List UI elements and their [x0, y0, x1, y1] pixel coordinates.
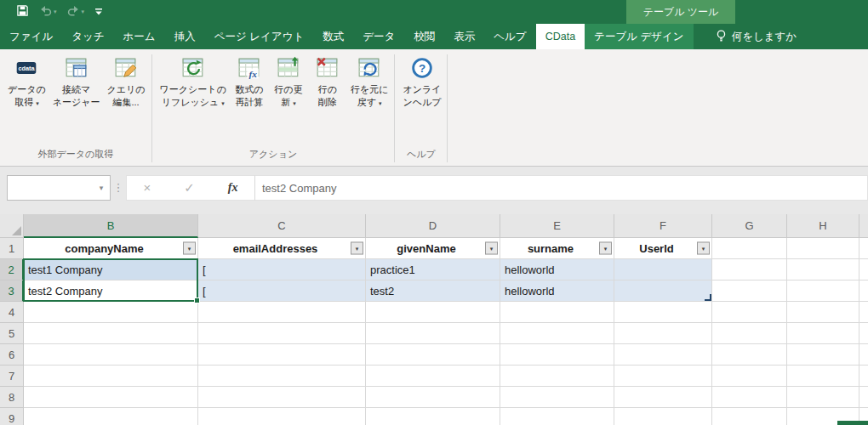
- grid-cell[interactable]: [712, 344, 787, 366]
- table-data-cell[interactable]: [: [198, 280, 366, 302]
- table-header-cell[interactable]: companyName▾: [24, 238, 198, 259]
- grid-cell[interactable]: [24, 408, 198, 425]
- grid-cell[interactable]: [787, 344, 859, 366]
- grid-cell[interactable]: [24, 323, 198, 344]
- grid-cell[interactable]: [787, 366, 859, 387]
- grid-cell[interactable]: [366, 387, 500, 408]
- ribbon-tab[interactable]: 挿入: [165, 24, 205, 49]
- grid-cell[interactable]: [859, 302, 868, 323]
- recalculate-button[interactable]: fx数式の再計算: [230, 52, 269, 110]
- row-header-7[interactable]: 7: [0, 366, 24, 387]
- tab-table-design[interactable]: テーブル デザイン: [585, 24, 694, 49]
- grid-cell[interactable]: [787, 259, 859, 280]
- grid-cell[interactable]: [859, 366, 868, 387]
- row-header-4[interactable]: 4: [0, 302, 24, 323]
- row-header-3[interactable]: 3: [0, 280, 24, 302]
- undo-button[interactable]: ▾: [34, 2, 62, 22]
- table-data-cell[interactable]: test2: [366, 280, 500, 302]
- grid-cell[interactable]: [712, 302, 787, 323]
- grid-cell[interactable]: [859, 280, 868, 302]
- row-header-1[interactable]: 1: [0, 238, 24, 259]
- connection-manager-button[interactable]: 接続マネージャー: [49, 52, 104, 110]
- column-header-c[interactable]: C: [198, 214, 366, 238]
- table-header-cell[interactable]: UserId▾: [614, 238, 712, 259]
- grid-cell[interactable]: [24, 344, 198, 366]
- select-all-button[interactable]: [0, 214, 24, 238]
- grid-cell[interactable]: [198, 344, 366, 366]
- grid-cell[interactable]: [712, 408, 787, 425]
- grid-cell[interactable]: [500, 302, 614, 323]
- row-header-2[interactable]: 2: [0, 259, 24, 280]
- grid-cell[interactable]: [614, 344, 712, 366]
- filter-dropdown-button[interactable]: ▾: [697, 242, 710, 255]
- ribbon-tab[interactable]: ヘルプ: [484, 24, 535, 49]
- row-header-5[interactable]: 5: [0, 323, 24, 344]
- grid-cell[interactable]: [366, 408, 500, 425]
- ribbon-tab[interactable]: データ: [353, 24, 404, 49]
- grid-cell[interactable]: [366, 323, 500, 344]
- redo-button[interactable]: ▾: [62, 2, 90, 22]
- grid-cell[interactable]: [787, 323, 859, 344]
- grid-cell[interactable]: [500, 344, 614, 366]
- ribbon-tab[interactable]: ページ レイアウト: [205, 24, 314, 49]
- grid-cell[interactable]: [859, 344, 868, 366]
- ribbon-tab[interactable]: 表示: [444, 24, 484, 49]
- grid-cell[interactable]: [500, 323, 614, 344]
- ribbon-tab[interactable]: タッチ: [62, 24, 113, 49]
- grid-cell[interactable]: [859, 387, 868, 408]
- grid-cell[interactable]: [787, 387, 859, 408]
- tell-me[interactable]: 何をしますか: [705, 24, 807, 49]
- grid-cell[interactable]: [24, 366, 198, 387]
- fill-handle[interactable]: [194, 298, 200, 303]
- cancel-button[interactable]: ×: [143, 175, 151, 201]
- grid-cell[interactable]: [787, 238, 859, 259]
- grid-cell[interactable]: [198, 366, 366, 387]
- table-resize-handle[interactable]: [705, 294, 711, 301]
- ribbon-tab[interactable]: ホーム: [114, 24, 165, 49]
- grid-cell[interactable]: [712, 323, 787, 344]
- ribbon-tab[interactable]: 校閲: [404, 24, 444, 49]
- table-data-cell[interactable]: [: [198, 259, 366, 280]
- name-box[interactable]: ▾: [7, 175, 111, 201]
- grid-cell[interactable]: [198, 387, 366, 408]
- column-header-e[interactable]: E: [500, 214, 614, 238]
- grid-cell[interactable]: [24, 387, 198, 408]
- table-data-cell[interactable]: [614, 280, 712, 302]
- save-button[interactable]: [11, 2, 34, 22]
- grid-cell[interactable]: [614, 323, 712, 344]
- grid-cell[interactable]: [198, 323, 366, 344]
- grid-cell[interactable]: [24, 302, 198, 323]
- grid-cell[interactable]: [500, 366, 614, 387]
- grid-cell[interactable]: [787, 302, 859, 323]
- row-header-9[interactable]: 9: [0, 408, 24, 425]
- customize-qat-button[interactable]: [89, 2, 108, 22]
- grid-cell[interactable]: [712, 280, 787, 302]
- cdata-logo-button[interactable]: cdataデータの取得▾: [4, 52, 49, 111]
- grid-cell[interactable]: [859, 323, 868, 344]
- grid-cell[interactable]: [500, 387, 614, 408]
- table-data-cell[interactable]: helloworld: [500, 259, 614, 280]
- grid-cell[interactable]: [198, 408, 366, 425]
- table-data-cell[interactable]: helloworld: [500, 280, 614, 302]
- grid-cell[interactable]: [787, 280, 859, 302]
- online-help-button[interactable]: ?オンラインヘルプ: [399, 52, 444, 110]
- column-header-d[interactable]: D: [366, 214, 500, 238]
- column-header-f[interactable]: F: [614, 214, 712, 238]
- table-data-cell[interactable]: practice1: [366, 259, 500, 280]
- insert-function-button[interactable]: fx: [228, 175, 238, 201]
- delete-row-button[interactable]: 行の削除: [308, 52, 347, 110]
- column-header-partial[interactable]: [859, 214, 868, 238]
- name-box-dropdown-icon[interactable]: ▾: [93, 184, 110, 192]
- row-header-6[interactable]: 6: [0, 344, 24, 366]
- filter-dropdown-button[interactable]: ▾: [183, 242, 196, 255]
- column-header-g[interactable]: G: [712, 214, 787, 238]
- enter-button[interactable]: ✓: [184, 175, 195, 201]
- grid-cell[interactable]: [712, 366, 787, 387]
- grid-cell[interactable]: [859, 238, 868, 259]
- table-header-cell[interactable]: givenName▾: [366, 238, 500, 259]
- grid-cell[interactable]: [366, 344, 500, 366]
- grid-cell[interactable]: [712, 238, 787, 259]
- grid-cell[interactable]: [614, 387, 712, 408]
- grid-cell[interactable]: [712, 387, 787, 408]
- update-row-button[interactable]: 行の更新▾: [269, 52, 308, 111]
